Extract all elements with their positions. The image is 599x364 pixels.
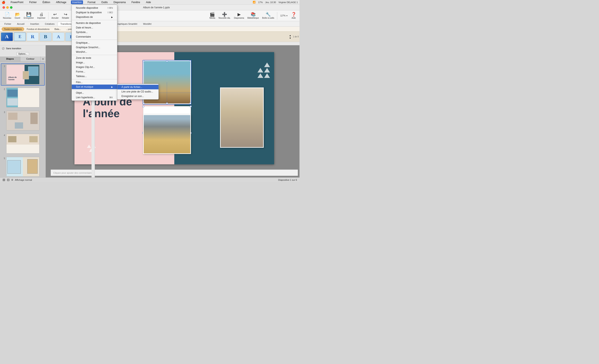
- menu-shortcut-lien: ⌘K: [109, 96, 113, 99]
- menu-label-dupliquer: Dupliquer la diapositive: [76, 11, 102, 14]
- menu-graphique-smartart[interactable]: Graphique SmartArt...: [72, 45, 117, 50]
- menu-clip-art[interactable]: Images Clip Art...: [72, 65, 117, 69]
- menu-objet[interactable]: Objet...: [72, 91, 117, 95]
- menu-symbole[interactable]: Symbole...: [72, 30, 117, 34]
- menu-label-numero: Numéro de diapositive: [76, 22, 101, 25]
- menu-image[interactable]: Image...: [72, 60, 117, 65]
- menu-label-image: Image...: [76, 61, 85, 64]
- son-submenu: À partir du fichier... Lire une piste de…: [117, 84, 159, 100]
- menu-film[interactable]: Film...: [72, 80, 117, 85]
- menu-graphique[interactable]: Graphique...: [72, 41, 117, 45]
- dropdown-overlay: Nouvelle diapositive ⇧⌘N Dupliquer la di…: [0, 0, 300, 182]
- submenu-arrow-diapositives: ▶: [111, 16, 113, 18]
- sep-2: [72, 40, 117, 40]
- menu-label-film: Film...: [76, 81, 83, 84]
- submenu-label-enregistrer: Enregistrer un son...: [122, 95, 144, 98]
- submenu-a-partir[interactable]: À partir du fichier...: [117, 85, 159, 89]
- menu-label-graphique: Graphique...: [76, 41, 90, 44]
- menu-label-tableau: Tableau...: [76, 75, 87, 78]
- menu-wordart[interactable]: WordArt...: [72, 50, 117, 54]
- menu-son-musique[interactable]: Son et musique ▶ À partir du fichier... …: [72, 85, 117, 89]
- menu-tableau[interactable]: Tableau...: [72, 74, 117, 78]
- submenu-enregistrer[interactable]: Enregistrer un son...: [117, 94, 159, 99]
- menu-label-date: Date et heure...: [76, 26, 93, 29]
- menu-label-smartart: Graphique SmartArt...: [76, 46, 100, 49]
- menu-label-clipart: Images Clip Art...: [76, 66, 95, 68]
- menu-label-objet: Objet...: [76, 91, 84, 94]
- menu-label-forme: Forme...: [76, 70, 85, 73]
- menu-forme[interactable]: Forme...: [72, 69, 117, 74]
- menu-label-commentaire: Commentaire: [76, 35, 91, 38]
- insertion-menu: Nouvelle diapositive ⇧⌘N Dupliquer la di…: [71, 5, 117, 101]
- menu-label-symbole: Symbole...: [76, 31, 88, 34]
- sep-1: [72, 20, 117, 20]
- menu-label-wordart: WordArt...: [76, 51, 87, 53]
- menu-label-zone: Zone de texte: [76, 57, 91, 59]
- menu-dupliquer[interactable]: Dupliquer la diapositive ⇧⌘D: [72, 10, 117, 15]
- submenu-arrow-son: ▶: [111, 86, 113, 88]
- menu-zone-texte[interactable]: Zone de texte: [72, 56, 117, 60]
- submenu-label-a-partir: À partir du fichier...: [122, 86, 142, 88]
- menu-label-lien: Lien hypertexte...: [76, 96, 95, 99]
- menu-commentaire[interactable]: Commentaire: [72, 34, 117, 39]
- menu-date[interactable]: Date et heure...: [72, 25, 117, 30]
- menu-label-son: Son et musique: [76, 85, 93, 88]
- menu-label-nouvelle: Nouvelle diapositive: [76, 7, 98, 9]
- menu-label-diapositives: Diapositives de: [76, 16, 93, 18]
- sep-4: [72, 79, 117, 79]
- menu-shortcut-nouvelle: ⇧⌘N: [107, 7, 113, 9]
- sep-3: [72, 55, 117, 55]
- submenu-cd[interactable]: Lire une piste de CD audio...: [117, 89, 159, 94]
- menu-nouvelle-diapositive[interactable]: Nouvelle diapositive ⇧⌘N: [72, 6, 117, 10]
- menu-diapositives-de[interactable]: Diapositives de ▶: [72, 15, 117, 19]
- menu-shortcut-dupliquer: ⇧⌘D: [107, 11, 113, 14]
- menu-lien[interactable]: Lien hypertexte... ⌘K: [72, 95, 117, 100]
- submenu-label-cd: Lire une piste de CD audio...: [122, 90, 153, 93]
- menu-numero[interactable]: Numéro de diapositive: [72, 21, 117, 25]
